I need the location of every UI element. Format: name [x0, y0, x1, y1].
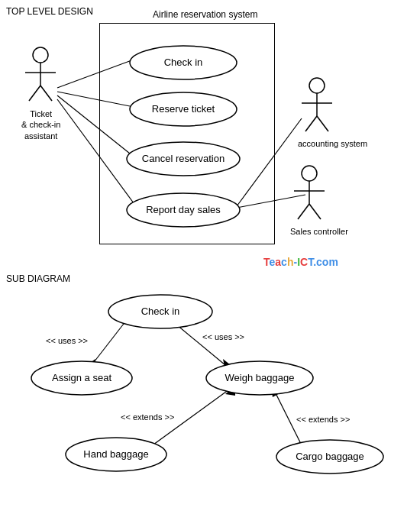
top-level-label: TOP LEVEL DESIGN: [6, 6, 93, 17]
watermark: Teach-ICT.com: [263, 256, 338, 268]
svg-text:Check in: Check in: [164, 57, 203, 68]
svg-text:Reserve ticket: Reserve ticket: [152, 103, 215, 115]
svg-text:Cancel reservation: Cancel reservation: [142, 153, 225, 164]
svg-line-17: [29, 86, 40, 101]
svg-text:Hand baggage: Hand baggage: [83, 448, 148, 460]
sub-diagram-label: SUB DIAGRAM: [6, 273, 70, 284]
svg-text:Cargo baggage: Cargo baggage: [296, 451, 364, 462]
extends-label-left: << extends >>: [121, 412, 174, 422]
diagram-container: TOP LEVEL DESIGN Airline reservation sys…: [0, 0, 420, 514]
box-title: Airline reservation system: [153, 9, 257, 20]
svg-text:Assign a seat: Assign a seat: [52, 372, 111, 383]
svg-line-28: [309, 204, 321, 219]
svg-line-18: [40, 86, 52, 101]
actor-sales: Sales controller: [290, 164, 348, 236]
svg-point-19: [309, 78, 325, 93]
ellipse-reserve: Reserve ticket: [128, 90, 239, 128]
svg-line-27: [298, 204, 309, 219]
ellipse-weigh: Weigh baggage: [205, 359, 315, 397]
svg-text:Weigh baggage: Weigh baggage: [225, 372, 295, 383]
ellipse-assign: Assign a seat: [29, 359, 134, 397]
actor-accounting: accounting system: [298, 76, 367, 148]
svg-point-24: [302, 166, 317, 181]
ellipse-cancel: Cancel reservation: [124, 140, 243, 178]
uses-label-right: << uses >>: [202, 332, 244, 341]
ellipse-checkin-top: Check in: [128, 44, 239, 82]
extends-label-right: << extends >>: [296, 415, 350, 424]
actor1-label: Ticket& check-inassistant: [21, 108, 60, 141]
ellipse-checkin-sub: Check in: [105, 293, 216, 331]
actor-ticket: Ticket& check-inassistant: [21, 46, 60, 141]
svg-line-23: [317, 116, 328, 131]
svg-line-22: [305, 116, 317, 131]
ellipse-report: Report day sales: [124, 191, 243, 229]
actor2-label: accounting system: [298, 139, 367, 148]
actor3-label: Sales controller: [290, 227, 348, 236]
svg-text:Check in: Check in: [141, 305, 180, 317]
uses-label-left: << uses >>: [46, 336, 88, 345]
ellipse-hand: Hand baggage: [63, 435, 169, 474]
ellipse-cargo: Cargo baggage: [275, 438, 386, 476]
svg-text:Report day sales: Report day sales: [146, 204, 221, 215]
svg-point-14: [33, 47, 48, 63]
